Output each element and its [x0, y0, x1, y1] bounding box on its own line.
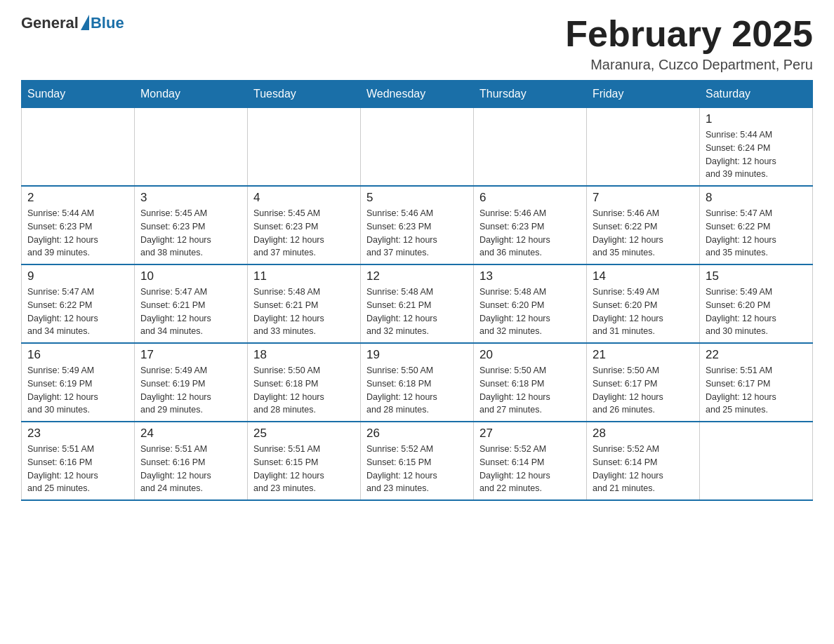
day-info: Sunrise: 5:50 AMSunset: 6:18 PMDaylight:…	[366, 364, 468, 417]
calendar-cell	[587, 108, 700, 187]
day-info: Sunrise: 5:46 AMSunset: 6:23 PMDaylight:…	[366, 207, 468, 260]
day-number: 22	[706, 348, 807, 362]
day-of-week-header: Friday	[587, 81, 700, 108]
day-number: 8	[706, 191, 807, 205]
day-of-week-header: Wednesday	[361, 81, 474, 108]
calendar-header: SundayMondayTuesdayWednesdayThursdayFrid…	[22, 81, 813, 108]
day-number: 27	[479, 427, 581, 441]
calendar-week-row: 1Sunrise: 5:44 AMSunset: 6:24 PMDaylight…	[22, 108, 813, 187]
day-info: Sunrise: 5:51 AMSunset: 6:16 PMDaylight:…	[140, 443, 241, 495]
day-number: 26	[366, 427, 468, 441]
day-number: 16	[27, 348, 128, 362]
calendar-cell: 24Sunrise: 5:51 AMSunset: 6:16 PMDayligh…	[135, 422, 248, 500]
day-info: Sunrise: 5:46 AMSunset: 6:22 PMDaylight:…	[593, 207, 694, 260]
calendar-table: SundayMondayTuesdayWednesdayThursdayFrid…	[21, 80, 813, 501]
calendar-cell: 8Sunrise: 5:47 AMSunset: 6:22 PMDaylight…	[700, 186, 813, 264]
calendar-week-row: 16Sunrise: 5:49 AMSunset: 6:19 PMDayligh…	[22, 343, 813, 422]
day-info: Sunrise: 5:48 AMSunset: 6:21 PMDaylight:…	[366, 286, 468, 338]
day-number: 6	[479, 191, 581, 205]
calendar-cell: 4Sunrise: 5:45 AMSunset: 6:23 PMDaylight…	[248, 186, 361, 264]
calendar-week-row: 9Sunrise: 5:47 AMSunset: 6:22 PMDaylight…	[22, 264, 813, 343]
day-number: 12	[366, 269, 468, 283]
day-number: 14	[593, 269, 694, 283]
calendar-cell: 26Sunrise: 5:52 AMSunset: 6:15 PMDayligh…	[361, 422, 474, 500]
day-number: 11	[253, 269, 355, 283]
day-info: Sunrise: 5:47 AMSunset: 6:21 PMDaylight:…	[140, 286, 241, 338]
logo-blue-text: Blue	[91, 14, 124, 32]
day-number: 5	[366, 191, 468, 205]
day-info: Sunrise: 5:51 AMSunset: 6:15 PMDaylight:…	[253, 443, 355, 495]
logo: General Blue	[21, 14, 124, 32]
calendar-cell	[248, 108, 361, 187]
day-number: 24	[140, 427, 241, 441]
calendar-cell: 6Sunrise: 5:46 AMSunset: 6:23 PMDaylight…	[474, 186, 587, 264]
day-number: 18	[253, 348, 355, 362]
calendar-cell: 25Sunrise: 5:51 AMSunset: 6:15 PMDayligh…	[248, 422, 361, 500]
calendar-cell: 17Sunrise: 5:49 AMSunset: 6:19 PMDayligh…	[135, 343, 248, 422]
calendar-cell: 9Sunrise: 5:47 AMSunset: 6:22 PMDaylight…	[22, 264, 135, 343]
calendar-cell	[474, 108, 587, 187]
calendar-cell: 19Sunrise: 5:50 AMSunset: 6:18 PMDayligh…	[361, 343, 474, 422]
day-info: Sunrise: 5:49 AMSunset: 6:20 PMDaylight:…	[706, 286, 807, 338]
day-info: Sunrise: 5:50 AMSunset: 6:17 PMDaylight:…	[593, 364, 694, 417]
day-number: 9	[27, 269, 128, 283]
day-number: 25	[253, 427, 355, 441]
logo-triangle-icon	[81, 15, 89, 30]
day-info: Sunrise: 5:46 AMSunset: 6:23 PMDaylight:…	[479, 207, 581, 260]
calendar-body: 1Sunrise: 5:44 AMSunset: 6:24 PMDaylight…	[22, 108, 813, 501]
day-info: Sunrise: 5:52 AMSunset: 6:14 PMDaylight:…	[593, 443, 694, 495]
calendar-cell	[700, 422, 813, 500]
calendar-cell: 12Sunrise: 5:48 AMSunset: 6:21 PMDayligh…	[361, 264, 474, 343]
calendar-cell	[361, 108, 474, 187]
calendar-cell: 3Sunrise: 5:45 AMSunset: 6:23 PMDaylight…	[135, 186, 248, 264]
day-number: 19	[366, 348, 468, 362]
day-info: Sunrise: 5:47 AMSunset: 6:22 PMDaylight:…	[27, 286, 128, 338]
day-number: 17	[140, 348, 241, 362]
day-info: Sunrise: 5:51 AMSunset: 6:16 PMDaylight:…	[27, 443, 128, 495]
calendar-cell: 15Sunrise: 5:49 AMSunset: 6:20 PMDayligh…	[700, 264, 813, 343]
day-of-week-header: Thursday	[474, 81, 587, 108]
calendar-cell	[135, 108, 248, 187]
calendar-cell: 10Sunrise: 5:47 AMSunset: 6:21 PMDayligh…	[135, 264, 248, 343]
calendar-cell: 16Sunrise: 5:49 AMSunset: 6:19 PMDayligh…	[22, 343, 135, 422]
day-info: Sunrise: 5:52 AMSunset: 6:14 PMDaylight:…	[479, 443, 581, 495]
day-of-week-header: Sunday	[22, 81, 135, 108]
calendar-cell: 1Sunrise: 5:44 AMSunset: 6:24 PMDaylight…	[700, 108, 813, 187]
day-of-week-header: Monday	[135, 81, 248, 108]
calendar-cell: 28Sunrise: 5:52 AMSunset: 6:14 PMDayligh…	[587, 422, 700, 500]
calendar-cell: 2Sunrise: 5:44 AMSunset: 6:23 PMDaylight…	[22, 186, 135, 264]
month-title: February 2025	[565, 14, 813, 54]
day-info: Sunrise: 5:44 AMSunset: 6:24 PMDaylight:…	[706, 128, 807, 181]
day-info: Sunrise: 5:49 AMSunset: 6:20 PMDaylight:…	[593, 286, 694, 338]
title-section: February 2025 Maranura, Cuzco Department…	[565, 14, 813, 73]
day-number: 10	[140, 269, 241, 283]
days-of-week-row: SundayMondayTuesdayWednesdayThursdayFrid…	[22, 81, 813, 108]
day-number: 7	[593, 191, 694, 205]
day-number: 4	[253, 191, 355, 205]
day-info: Sunrise: 5:48 AMSunset: 6:21 PMDaylight:…	[253, 286, 355, 338]
day-number: 1	[706, 112, 807, 126]
day-info: Sunrise: 5:50 AMSunset: 6:18 PMDaylight:…	[253, 364, 355, 417]
day-of-week-header: Tuesday	[248, 81, 361, 108]
day-number: 2	[27, 191, 128, 205]
calendar-cell: 21Sunrise: 5:50 AMSunset: 6:17 PMDayligh…	[587, 343, 700, 422]
logo-general-text: General	[21, 14, 79, 32]
day-number: 15	[706, 269, 807, 283]
day-of-week-header: Saturday	[700, 81, 813, 108]
day-info: Sunrise: 5:52 AMSunset: 6:15 PMDaylight:…	[366, 443, 468, 495]
calendar-cell: 27Sunrise: 5:52 AMSunset: 6:14 PMDayligh…	[474, 422, 587, 500]
day-number: 3	[140, 191, 241, 205]
day-info: Sunrise: 5:49 AMSunset: 6:19 PMDaylight:…	[140, 364, 241, 417]
day-number: 23	[27, 427, 128, 441]
day-number: 28	[593, 427, 694, 441]
calendar-cell: 14Sunrise: 5:49 AMSunset: 6:20 PMDayligh…	[587, 264, 700, 343]
calendar-cell: 5Sunrise: 5:46 AMSunset: 6:23 PMDaylight…	[361, 186, 474, 264]
day-number: 13	[479, 269, 581, 283]
day-info: Sunrise: 5:47 AMSunset: 6:22 PMDaylight:…	[706, 207, 807, 260]
day-info: Sunrise: 5:50 AMSunset: 6:18 PMDaylight:…	[479, 364, 581, 417]
day-info: Sunrise: 5:45 AMSunset: 6:23 PMDaylight:…	[140, 207, 241, 260]
calendar-cell: 13Sunrise: 5:48 AMSunset: 6:20 PMDayligh…	[474, 264, 587, 343]
calendar-cell	[22, 108, 135, 187]
calendar-cell: 22Sunrise: 5:51 AMSunset: 6:17 PMDayligh…	[700, 343, 813, 422]
calendar-week-row: 2Sunrise: 5:44 AMSunset: 6:23 PMDaylight…	[22, 186, 813, 264]
